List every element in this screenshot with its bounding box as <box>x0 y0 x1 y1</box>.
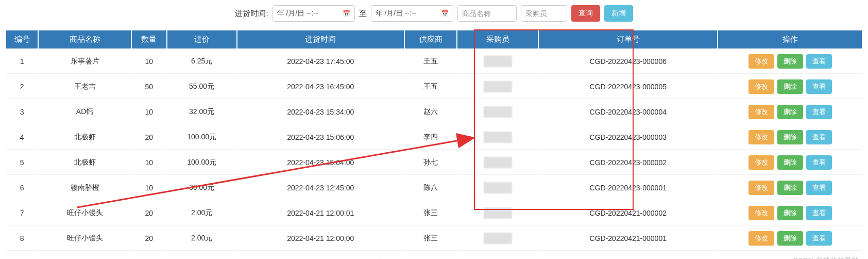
cell-order: CGD-20220423-000001 <box>539 176 717 200</box>
search-bar: 进货时间: 年 /月/日 --:-- 📅 至 年 /月/日 --:-- 📅 查询… <box>5 5 863 22</box>
cell-name: 北极虾 <box>39 151 130 175</box>
query-button[interactable]: 查询 <box>571 5 600 22</box>
cell-action: 修改删除查看 <box>718 75 862 99</box>
edit-button[interactable]: 修改 <box>748 105 774 119</box>
cell-action: 修改删除查看 <box>718 125 862 150</box>
delete-button[interactable]: 删除 <box>777 54 803 69</box>
edit-button[interactable]: 修改 <box>748 155 774 170</box>
cell-buyer <box>457 226 538 251</box>
view-button[interactable]: 查看 <box>806 79 832 94</box>
cell-qty: 10 <box>132 50 166 74</box>
th-id: 编号 <box>6 30 38 48</box>
delete-button[interactable]: 删除 <box>777 105 803 119</box>
view-button[interactable]: 查看 <box>806 206 832 220</box>
cell-time: 2022-04-23 17:45:00 <box>237 50 404 74</box>
edit-button[interactable]: 修改 <box>748 231 774 246</box>
cell-name: 旺仔小馒头 <box>39 226 130 251</box>
cell-name: 乐事薯片 <box>39 50 130 74</box>
table-row: 1乐事薯片106.25元2022-04-23 17:45:00王五CGD-202… <box>6 50 862 74</box>
cell-supplier: 赵六 <box>405 100 456 124</box>
table-row: 7旺仔小馒头202.00元2022-04-21 12:00:01张三CGD-20… <box>6 201 862 225</box>
cell-buyer <box>457 100 538 124</box>
table-row: 5北极虾10100.00元2022-04-23 15:04:00孙七CGD-20… <box>6 151 862 175</box>
cell-id: 5 <box>6 151 38 175</box>
cell-supplier: 张三 <box>405 201 456 225</box>
cell-order: CGD-20220423-000003 <box>539 125 717 150</box>
cell-action: 修改删除查看 <box>718 176 862 200</box>
cell-action: 修改删除查看 <box>718 50 862 74</box>
calendar-icon: 📅 <box>343 10 350 17</box>
blurred-content <box>484 81 512 92</box>
watermark: CSDN @越菜越爱敲 <box>793 256 859 259</box>
cell-action: 修改删除查看 <box>718 100 862 124</box>
view-button[interactable]: 查看 <box>806 105 832 119</box>
cell-buyer <box>457 50 538 74</box>
cell-order: CGD-20220423-000006 <box>539 50 717 74</box>
view-button[interactable]: 查看 <box>806 130 832 144</box>
cell-time: 2022-04-23 15:04:00 <box>237 151 404 175</box>
view-button[interactable]: 查看 <box>806 155 832 170</box>
cell-qty: 10 <box>132 151 166 175</box>
date-from-input[interactable]: 年 /月/日 --:-- 📅 <box>273 5 355 22</box>
cell-id: 7 <box>6 201 38 225</box>
cell-order: CGD-20220423-000002 <box>539 151 717 175</box>
delete-button[interactable]: 删除 <box>777 231 803 246</box>
edit-button[interactable]: 修改 <box>748 181 774 195</box>
cell-qty: 10 <box>132 176 166 200</box>
view-button[interactable]: 查看 <box>806 231 832 246</box>
delete-button[interactable]: 删除 <box>777 79 803 94</box>
cell-time: 2022-04-21 12:00:00 <box>237 226 404 251</box>
cell-supplier: 张三 <box>405 226 456 251</box>
table-row: 8旺仔小馒头202.00元2022-04-21 12:00:00张三CGD-20… <box>6 226 862 251</box>
blurred-content <box>484 182 512 193</box>
cell-qty: 20 <box>132 226 166 251</box>
date-from-text: 年 /月/日 --:-- <box>277 9 318 18</box>
cell-name: 赣南脐橙 <box>39 176 130 200</box>
edit-button[interactable]: 修改 <box>748 79 774 94</box>
delete-button[interactable]: 删除 <box>777 155 803 170</box>
cell-price: 36.00元 <box>167 176 236 200</box>
blurred-content <box>484 157 512 168</box>
delete-button[interactable]: 删除 <box>777 206 803 220</box>
buyer-input[interactable] <box>521 5 567 22</box>
edit-button[interactable]: 修改 <box>748 54 774 69</box>
add-button[interactable]: 新增 <box>604 5 633 22</box>
cell-order: CGD-20220423-000004 <box>539 100 717 124</box>
th-action: 操作 <box>718 30 862 48</box>
cell-action: 修改删除查看 <box>718 226 862 251</box>
time-label: 进货时间: <box>235 9 268 19</box>
date-to-input[interactable]: 年 /月/日 --:-- 📅 <box>371 5 453 22</box>
product-name-input[interactable] <box>457 5 517 22</box>
cell-price: 55.00元 <box>167 75 236 99</box>
cell-order: CGD-20220421-000002 <box>539 201 717 225</box>
cell-id: 3 <box>6 100 38 124</box>
cell-price: 100.00元 <box>167 125 236 150</box>
view-button[interactable]: 查看 <box>806 54 832 69</box>
th-supplier: 供应商 <box>405 30 456 48</box>
cell-id: 4 <box>6 125 38 150</box>
cell-id: 2 <box>6 75 38 99</box>
cell-qty: 20 <box>132 125 166 150</box>
cell-name: 旺仔小馒头 <box>39 201 130 225</box>
cell-order: CGD-20220423-000005 <box>539 75 717 99</box>
cell-time: 2022-04-23 12:45:00 <box>237 176 404 200</box>
cell-price: 32.00元 <box>167 100 236 124</box>
cell-qty: 10 <box>132 100 166 124</box>
cell-supplier: 李四 <box>405 125 456 150</box>
blurred-content <box>484 207 512 219</box>
cell-id: 1 <box>6 50 38 74</box>
edit-button[interactable]: 修改 <box>748 206 774 220</box>
cell-time: 2022-04-23 15:06:00 <box>237 125 404 150</box>
cell-name: 北极虾 <box>39 125 130 150</box>
view-button[interactable]: 查看 <box>806 181 832 195</box>
cell-action: 修改删除查看 <box>718 201 862 225</box>
cell-supplier: 孙七 <box>405 151 456 175</box>
cell-id: 8 <box>6 226 38 251</box>
edit-button[interactable]: 修改 <box>748 130 774 144</box>
cell-price: 2.00元 <box>167 226 236 251</box>
cell-action: 修改删除查看 <box>718 151 862 175</box>
delete-button[interactable]: 删除 <box>777 181 803 195</box>
th-order: 订单号 <box>539 30 717 48</box>
delete-button[interactable]: 删除 <box>777 130 803 144</box>
purchase-table: 编号 商品名称 数量 进价 进货时间 供应商 采购员 订单号 操作 1乐事薯片1… <box>5 29 863 252</box>
